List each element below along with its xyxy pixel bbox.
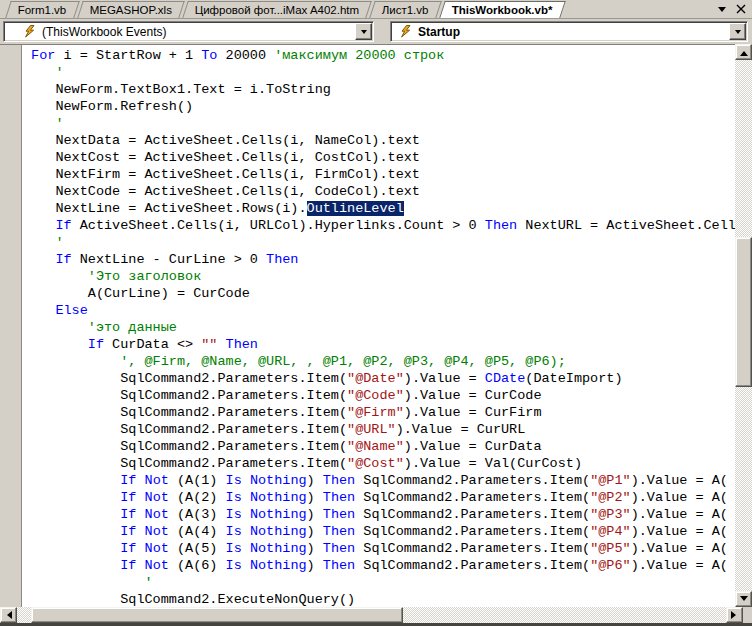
- triangle-down-icon: [740, 596, 748, 605]
- file-tab[interactable]: ThisWorkbook.vb*: [439, 1, 565, 18]
- scroll-down-button[interactable]: [735, 591, 752, 607]
- file-tab[interactable]: Цифровой фот...iMax A402.htm: [182, 1, 372, 18]
- lightning-event-icon: [24, 25, 35, 39]
- code-line: NextCost = ActiveSheet.Cells(i, CostCol)…: [23, 149, 735, 166]
- tab-label: MEGASHOP.xls: [89, 3, 171, 18]
- selected-text: OutlineLevel: [307, 201, 404, 216]
- triangle-left-icon: [3, 611, 12, 619]
- file-tab[interactable]: Лист1.vb: [369, 1, 441, 18]
- horizontal-scroll-thumb[interactable]: [31, 607, 403, 623]
- code-line: If ActiveSheet.Cells(i, URLCol).Hyperlin…: [23, 217, 735, 234]
- code-line: SqlCommand2.Parameters.Item("@URL").Valu…: [23, 421, 735, 438]
- tab-label: ThisWorkbook.vb*: [452, 3, 553, 18]
- code-editor[interactable]: For i = StartRow + 1 To 20000 'максимум …: [0, 44, 752, 607]
- triangle-right-icon: [731, 611, 740, 619]
- code-line: SqlCommand2.Parameters.Item("@Name").Val…: [23, 438, 735, 455]
- procedure-combo-value: Startup: [418, 25, 460, 39]
- code-line: SqlCommand2.Parameters.Item("@Firm").Val…: [23, 404, 735, 421]
- procedure-combobox[interactable]: Startup: [390, 21, 748, 42]
- code-line: NewForm.Refresh(): [23, 98, 735, 115]
- triangle-up-icon: [740, 47, 748, 56]
- scroll-right-button[interactable]: [726, 607, 743, 623]
- code-line: If Not (A(5) Is Nothing) Then SqlCommand…: [23, 540, 735, 557]
- code-line: 'Это заголовок: [23, 268, 735, 285]
- file-tab[interactable]: Form1.vb: [5, 1, 79, 18]
- chevron-down-icon: [735, 30, 741, 37]
- object-combo-value: (ThisWorkbook Events): [42, 25, 166, 39]
- code-line: NextCode = ActiveSheet.Cells(i, CodeCol)…: [23, 183, 735, 200]
- code-line: For i = StartRow + 1 To 20000 'максимум …: [23, 47, 735, 64]
- code-line: ': [23, 234, 735, 251]
- code-editor-window: Form1.vbMEGASHOP.xlsЦифровой фот...iMax …: [0, 0, 752, 626]
- code-line: NextFirm = ActiveSheet.Cells(i, FirmCol)…: [23, 166, 735, 183]
- tab-label: Form1.vb: [18, 3, 67, 18]
- code-line: NewForm.TextBox1.Text = i.ToString: [23, 81, 735, 98]
- code-content[interactable]: For i = StartRow + 1 To 20000 'максимум …: [23, 45, 735, 607]
- file-tab[interactable]: MEGASHOP.xls: [77, 1, 185, 18]
- code-line: NextData = ActiveSheet.Cells(i, NameCol)…: [23, 132, 735, 149]
- code-line: SqlCommand2.ExecuteNonQuery(): [23, 591, 735, 607]
- chevron-down-icon: [361, 30, 367, 37]
- procedure-combo-dropdown-button[interactable]: [729, 23, 746, 40]
- code-line: Else: [23, 302, 735, 319]
- code-line: If Not (A(3) Is Nothing) Then SqlCommand…: [23, 506, 735, 523]
- code-line: If Not (A(6) Is Nothing) Then SqlCommand…: [23, 557, 735, 574]
- vertical-scroll-thumb[interactable]: [735, 237, 752, 387]
- code-line: If Not (A(2) Is Nothing) Then SqlCommand…: [23, 489, 735, 506]
- object-combobox[interactable]: (ThisWorkbook Events): [3, 21, 374, 42]
- chevron-down-icon: [718, 7, 726, 16]
- code-line: SqlCommand2.Parameters.Item("@Code").Val…: [23, 387, 735, 404]
- tab-label: Цифровой фот...iMax A402.htm: [195, 3, 359, 18]
- close-icon: [736, 4, 746, 14]
- code-line: If Not (A(1) Is Nothing) Then SqlCommand…: [23, 472, 735, 489]
- code-line: If CurData <> "" Then: [23, 336, 735, 353]
- code-line: A(CurLine) = CurCode: [23, 285, 735, 302]
- code-line: 'это данные: [23, 319, 735, 336]
- vertical-scrollbar[interactable]: [735, 44, 752, 607]
- code-line: SqlCommand2.Parameters.Item("@Cost").Val…: [23, 455, 735, 472]
- code-line: If NextLine - CurLine > 0 Then: [23, 251, 735, 268]
- code-line: If Not (A(4) Is Nothing) Then SqlCommand…: [23, 523, 735, 540]
- scroll-left-button[interactable]: [0, 607, 17, 623]
- scroll-up-button[interactable]: [735, 44, 752, 60]
- code-line: ': [23, 115, 735, 132]
- tab-label: Лист1.vb: [382, 3, 429, 18]
- code-line: ': [23, 64, 735, 81]
- lightning-event-icon: [400, 25, 411, 39]
- code-line: SqlCommand2.Parameters.Item("@Date").Val…: [23, 370, 735, 387]
- scrollbar-corner: [743, 607, 752, 623]
- tab-list-button[interactable]: [716, 5, 728, 15]
- close-button[interactable]: [735, 3, 747, 15]
- code-line: ', @Firm, @Name, @URL, , @P1, @P2, @P3, …: [23, 353, 735, 370]
- file-tab-bar: Form1.vbMEGASHOP.xlsЦифровой фот...iMax …: [0, 0, 752, 18]
- combo-bar: (ThisWorkbook Events) Startup: [0, 18, 752, 44]
- code-line: NextLine = ActiveSheet.Rows(i).OutlineLe…: [23, 200, 735, 217]
- indicator-margin[interactable]: [0, 45, 22, 607]
- code-line: ': [23, 574, 735, 591]
- horizontal-scrollbar[interactable]: [0, 607, 743, 623]
- object-combo-dropdown-button[interactable]: [355, 23, 372, 40]
